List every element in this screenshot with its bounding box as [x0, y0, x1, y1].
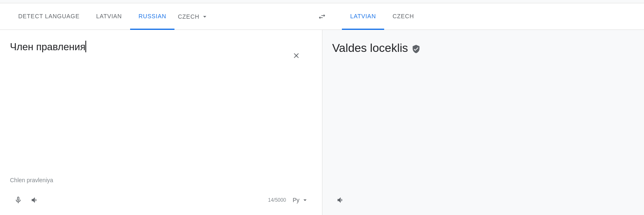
chevron-down-icon	[301, 196, 309, 204]
tab-detect-language[interactable]: DETECT LANGUAGE	[10, 4, 88, 30]
target-language-tabs: LATVIAN CZECH	[332, 3, 644, 29]
main-translation-area: Член правления Chlen pravleniya 14/5000	[0, 30, 644, 215]
source-panel: Член правления Chlen pravleniya 14/5000	[0, 30, 322, 215]
top-bar	[0, 0, 644, 3]
volume-icon	[31, 196, 39, 204]
target-panel: Valdes loceklis	[322, 30, 644, 215]
source-audio-button[interactable]	[27, 192, 43, 208]
source-text-display: Член правления	[10, 40, 312, 54]
text-cursor	[85, 41, 86, 52]
source-language-tabs: DETECT LANGUAGE LATVIAN RUSSIAN CZECH	[0, 3, 312, 29]
source-listen-button[interactable]	[10, 192, 27, 208]
tab-target-latvian[interactable]: LATVIAN	[342, 4, 384, 30]
source-more-languages-button[interactable]: CZECH	[174, 3, 212, 29]
volume-icon	[337, 196, 345, 204]
close-icon	[292, 51, 300, 60]
swap-icon	[318, 12, 326, 21]
source-language-selector[interactable]: Ру	[289, 195, 312, 205]
character-count: 14/5000	[268, 197, 286, 203]
translation-text: Valdes loceklis	[332, 40, 408, 56]
tab-target-czech[interactable]: CZECH	[384, 4, 422, 30]
clear-input-button[interactable]	[289, 48, 304, 63]
language-bar: DETECT LANGUAGE LATVIAN RUSSIAN CZECH LA…	[0, 3, 644, 30]
tab-source-russian[interactable]: RUSSIAN	[130, 4, 174, 30]
swap-languages-button[interactable]	[312, 7, 332, 27]
source-footer: 14/5000 Ру	[10, 188, 312, 208]
microphone-icon	[14, 196, 22, 204]
verified-translation-icon	[412, 44, 421, 54]
target-footer	[332, 188, 634, 208]
target-audio-button[interactable]	[332, 192, 349, 208]
transliteration-text: Chlen pravleniya	[10, 177, 312, 183]
chevron-down-icon	[201, 13, 208, 20]
tab-source-latvian[interactable]: LATVIAN	[88, 4, 130, 30]
